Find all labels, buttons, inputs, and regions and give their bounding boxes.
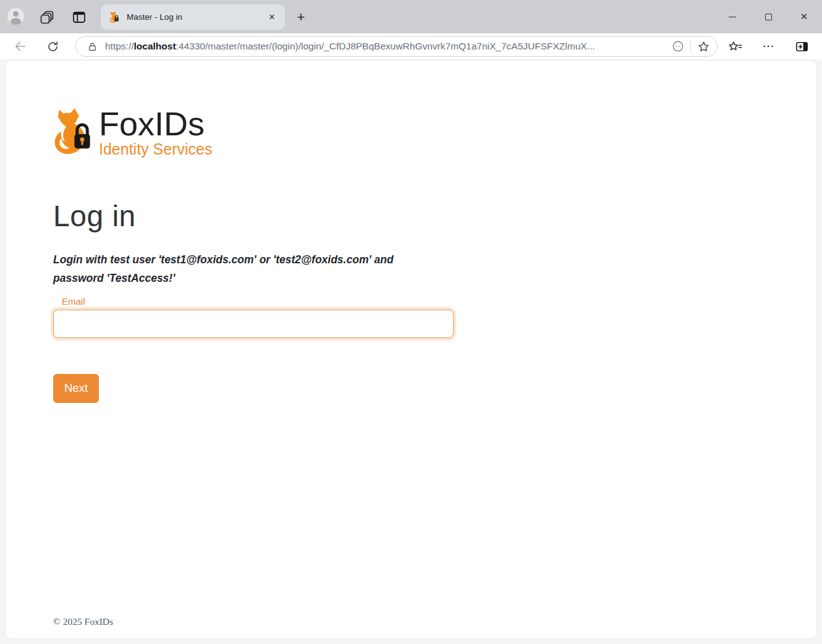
foxids-logo: FoxIDs Identity Services [53,107,792,158]
minimize-icon [729,17,736,17]
next-button[interactable]: Next [53,374,99,403]
favorite-star-icon[interactable] [695,38,712,55]
tab-close-icon[interactable]: ✕ [266,12,278,23]
email-label: Email [62,296,792,307]
back-button[interactable] [11,37,30,56]
minimize-button[interactable] [714,0,750,33]
favorites-bar-icon[interactable] [725,37,745,56]
maximize-button[interactable] [750,0,786,33]
window-controls: ✕ [714,0,822,33]
profile-avatar-icon[interactable] [7,8,24,25]
more-menu-icon[interactable] [758,37,778,56]
brand-name: FoxIDs [99,107,212,140]
refresh-icon [46,40,59,53]
workspaces-icon[interactable] [38,9,56,26]
browser-window: Master - Log in ✕ + ✕ [0,0,822,644]
login-instructions: Login with test user 'test1@foxids.com' … [53,250,444,287]
page-content: FoxIDs Identity Services Log in Login wi… [5,60,817,639]
tab-title: Master - Log in [127,12,266,22]
email-input[interactable] [53,310,454,338]
foxids-favicon-icon [108,11,121,23]
refresh-button[interactable] [43,37,62,56]
address-bar-divider [690,40,691,53]
browser-tab[interactable]: Master - Log in ✕ [101,4,285,30]
footer-copyright: © 2025 FoxIDs [53,616,113,627]
page-title: Log in [53,199,792,233]
sidebar-split-icon[interactable] [792,37,811,56]
back-arrow-icon [14,40,27,53]
close-button[interactable]: ✕ [786,0,822,33]
vertical-tabs-icon[interactable] [70,9,88,26]
lock-icon [87,41,98,52]
toolbar-right-icons [725,37,811,56]
fox-lock-icon [53,107,93,158]
address-bar[interactable]: https://localhost:44330/master/master/(l… [75,36,718,57]
brand-tagline: Identity Services [99,141,212,158]
browser-titlebar: Master - Log in ✕ + ✕ [0,0,822,33]
site-permissions-icon[interactable] [669,38,687,55]
close-icon: ✕ [800,11,808,22]
maximize-icon [765,14,772,20]
browser-toolbar: https://localhost:44330/master/master/(l… [0,33,822,59]
url-text[interactable]: https://localhost:44330/master/master/(l… [105,41,669,52]
login-form: Email [53,296,792,338]
new-tab-button[interactable]: + [292,8,310,27]
browser-viewport: FoxIDs Identity Services Log in Login wi… [0,59,822,644]
